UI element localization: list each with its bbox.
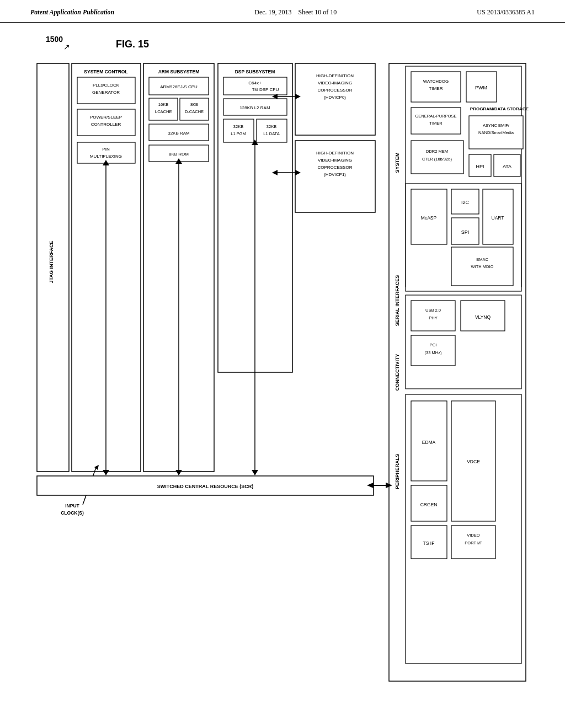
svg-text:GENERATOR: GENERATOR — [92, 90, 120, 95]
svg-rect-154 — [77, 142, 135, 163]
diagram-number: 1500 — [46, 35, 63, 44]
svg-text:I-CACHE: I-CACHE — [155, 109, 172, 114]
svg-text:(33 MHz): (33 MHz) — [425, 350, 442, 355]
svg-rect-192 — [257, 119, 287, 142]
svg-text:COPROCESSOR: COPROCESSOR — [317, 88, 352, 93]
svg-text:SYSTEM: SYSTEM — [395, 152, 400, 173]
svg-text:GENERAL-PURPOSE: GENERAL-PURPOSE — [415, 114, 456, 119]
svg-text:CTLR (16b/32b): CTLR (16b/32b) — [422, 157, 452, 162]
svg-text:ATA: ATA — [503, 164, 511, 169]
svg-marker-179 — [175, 470, 182, 475]
svg-text:HPI: HPI — [476, 164, 484, 169]
svg-rect-183 — [223, 77, 287, 95]
svg-text:USB 2.0: USB 2.0 — [425, 308, 441, 313]
svg-text:VLYNQ: VLYNQ — [475, 314, 491, 320]
svg-text:HIGH-DEFINITION: HIGH-DEFINITION — [316, 151, 354, 156]
svg-text:VDCE: VDCE — [467, 459, 480, 464]
svg-text:CLOCK(S): CLOCK(S) — [61, 510, 84, 516]
svg-text:PIN: PIN — [102, 147, 110, 152]
svg-text:8KB: 8KB — [190, 102, 198, 107]
svg-text:TIMER: TIMER — [429, 121, 443, 126]
svg-text:PORT I/F: PORT I/F — [465, 540, 482, 545]
svg-text:McASP: McASP — [421, 215, 437, 221]
svg-text:MULTIPLEXING: MULTIPLEXING — [90, 154, 122, 159]
svg-text:TIMER: TIMER — [429, 86, 443, 91]
svg-text:PHY: PHY — [429, 315, 437, 320]
svg-text:CONTROLLER: CONTROLLER — [91, 122, 121, 127]
svg-text:VIDEO-IMAGING: VIDEO-IMAGING — [318, 81, 352, 85]
svg-rect-189 — [223, 119, 254, 142]
svg-text:JTAG INTERFACE: JTAG INTERFACE — [49, 241, 54, 283]
svg-text:16KB: 16KB — [158, 102, 168, 107]
svg-text:PLLs/CLOCK: PLLs/CLOCK — [93, 83, 120, 88]
svg-text:I2C: I2C — [461, 200, 470, 205]
svg-text:PCI: PCI — [430, 342, 437, 347]
svg-text:VIDEO: VIDEO — [467, 533, 480, 538]
svg-text:L1 PGM: L1 PGM — [231, 131, 246, 136]
svg-text:32KB: 32KB — [266, 124, 276, 129]
svg-text:D-CACHE: D-CACHE — [185, 109, 204, 114]
svg-text:TS IF: TS IF — [423, 540, 435, 546]
svg-text:NAND/SmartMedia: NAND/SmartMedia — [478, 130, 514, 135]
svg-text:WATCHDOG: WATCHDOG — [423, 79, 449, 84]
svg-text:DSP CPU: DSP CPU — [259, 87, 279, 92]
svg-text:PERIPHERALS: PERIPHERALS — [395, 454, 400, 489]
main-diagram-svg: JTAG INTERFACE SYSTEM CONTROL PLLs/CLOCK… — [30, 52, 532, 714]
svg-text:INPUT: INPUT — [65, 503, 79, 508]
svg-text:COPROCESSOR: COPROCESSOR — [317, 165, 352, 170]
svg-text:SYSTEM CONTROL: SYSTEM CONTROL — [84, 69, 127, 74]
svg-text:8KB ROM: 8KB ROM — [169, 152, 189, 157]
svg-text:POWER/SLEEP: POWER/SLEEP — [90, 115, 122, 120]
svg-marker-196 — [252, 470, 258, 475]
svg-text:CRGEN: CRGEN — [420, 502, 438, 507]
svg-text:CONNECTIVITY: CONNECTIVITY — [395, 354, 400, 390]
svg-text:UART: UART — [492, 215, 504, 221]
svg-text:SWITCHED CENTRAL RESOURCE (SCR: SWITCHED CENTRAL RESOURCE (SCR) — [157, 484, 253, 489]
svg-text:PWM: PWM — [475, 85, 487, 90]
svg-text:WITH MDIO: WITH MDIO — [471, 264, 494, 269]
svg-text:SERIAL INTERFACES: SERIAL INTERFACES — [395, 275, 400, 326]
svg-text:ASYNC EMIF/: ASYNC EMIF/ — [483, 123, 510, 128]
svg-text:DSP SUBSYSTEM: DSP SUBSYSTEM — [235, 69, 275, 74]
svg-text:PROGRAM/DATA STORAGE: PROGRAM/DATA STORAGE — [470, 106, 529, 111]
number-arrow: ↗ — [63, 42, 70, 52]
svg-text:HIGH-DEFINITION: HIGH-DEFINITION — [316, 73, 354, 78]
fig-label: FIG. 15 — [116, 39, 149, 50]
header-center: Dec. 19, 2013 Sheet 10 of 10 — [254, 8, 337, 17]
svg-text:DDR2 MEM: DDR2 MEM — [426, 149, 448, 154]
svg-text:SPI: SPI — [461, 229, 470, 235]
svg-text:C64x+: C64x+ — [248, 81, 262, 85]
svg-text:128KB L2 RAM: 128KB L2 RAM — [239, 105, 270, 110]
svg-text:ARM SUBSYSTEM: ARM SUBSYSTEM — [158, 69, 200, 74]
header-right: US 2013/0336385 A1 — [477, 8, 535, 17]
svg-text:EDMA: EDMA — [422, 440, 436, 445]
svg-text:L1 DATA: L1 DATA — [263, 131, 279, 136]
svg-marker-158 — [103, 470, 109, 475]
svg-text:TM: TM — [252, 88, 258, 92]
svg-text:(HDVICP1): (HDVICP1) — [324, 172, 346, 177]
svg-text:32KB RAM: 32KB RAM — [168, 131, 190, 136]
svg-text:EMAC: EMAC — [476, 257, 488, 262]
svg-text:32KB: 32KB — [233, 124, 243, 129]
header-left: Patent Application Publication — [30, 8, 114, 17]
svg-text:ARM926EJ-S CPU: ARM926EJ-S CPU — [160, 84, 198, 89]
svg-text:(HDVICP0): (HDVICP0) — [324, 95, 346, 100]
svg-text:VIDEO-IMAGING: VIDEO-IMAGING — [318, 158, 352, 163]
